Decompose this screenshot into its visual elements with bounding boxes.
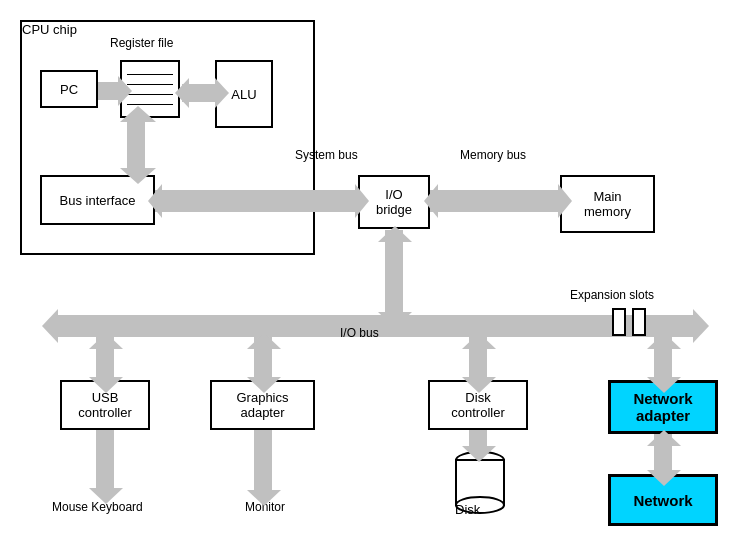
sys-bus-right-head <box>355 184 369 218</box>
memory-bus-label: Memory bus <box>460 148 526 162</box>
disk-ctrl-iobus-down-head <box>462 377 496 393</box>
reg-bus-v-up-head <box>120 106 156 122</box>
system-bus-label: System bus <box>295 148 358 162</box>
io-bus-label: I/O bus <box>340 326 379 340</box>
graphics-iobus-up-head <box>247 333 281 349</box>
disk-label: Disk <box>455 502 480 517</box>
sys-bus-left-head <box>148 184 162 218</box>
graphics-monitor-head <box>247 490 281 506</box>
pc-reg-head <box>118 76 132 106</box>
expansion-slot-1 <box>612 308 626 336</box>
usb-devices-arrow <box>96 430 114 490</box>
usb-devices-down-head <box>89 488 123 504</box>
cpu-chip-label: CPU chip <box>22 22 77 37</box>
mem-bus-left-head <box>424 184 438 218</box>
mem-bus-right-head <box>558 184 572 218</box>
system-bus-arrow <box>155 190 355 212</box>
reg-bus-v-arrow <box>127 120 145 170</box>
diagram: CPU chip Register file PC ALU Bus interf… <box>0 0 750 560</box>
usb-iobus-down-head <box>89 377 123 393</box>
io-bus-right-head <box>693 309 709 343</box>
reg-bus-v-head <box>120 168 156 184</box>
expansion-slots-label: Expansion slots <box>570 288 654 302</box>
net-up-head <box>647 430 681 446</box>
reg-alu-right-head <box>215 78 229 108</box>
expansion-slot-2 <box>632 308 646 336</box>
netadapter-iobus-up-head <box>647 333 681 349</box>
register-file-label: Register file <box>110 36 173 50</box>
pc-reg-arrow <box>98 82 120 100</box>
net-down-head <box>647 470 681 486</box>
graphics-iobus-down-head <box>247 377 281 393</box>
disk-ctrl-iobus-up-head <box>462 333 496 349</box>
main-memory-box: Main memory <box>560 175 655 233</box>
reg-alu-left-head <box>175 78 189 108</box>
io-bridge-iobus-up-head <box>378 226 412 242</box>
memory-bus-arrow <box>430 190 558 212</box>
io-bridge-iobus-down-head <box>378 312 412 328</box>
graphics-monitor-arrow <box>254 430 272 492</box>
pc-box: PC <box>40 70 98 108</box>
disk-down-head <box>462 446 496 462</box>
io-bus-left-head <box>42 309 58 343</box>
io-bridge-iobus-arrow <box>385 230 403 314</box>
netadapter-iobus-down-head <box>647 377 681 393</box>
usb-iobus-up-head <box>89 333 123 349</box>
